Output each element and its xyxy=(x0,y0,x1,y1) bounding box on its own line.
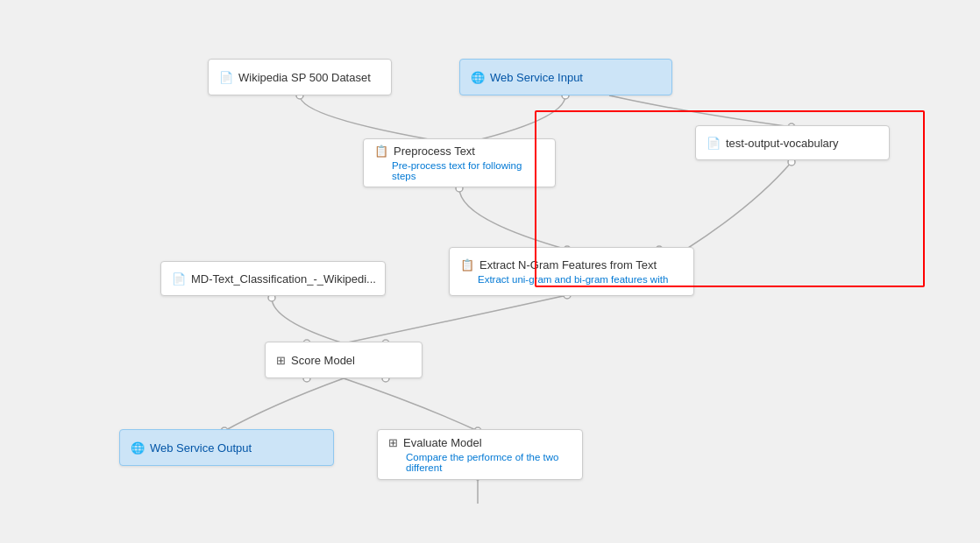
web-service-input-icon: 🌐 xyxy=(471,71,485,84)
web-service-output-title: 🌐 Web Service Output xyxy=(131,441,323,455)
evaluate-model-node[interactable]: ⊞ Evaluate Model Compare the performce o… xyxy=(377,429,583,480)
web-service-input-node[interactable]: 🌐 Web Service Input xyxy=(459,59,672,95)
md-text-title: 📄 MD-Text_Classification_-_Wikipedi... xyxy=(172,272,374,286)
extract-icon: 📋 xyxy=(460,258,474,272)
test-output-vocabulary-node[interactable]: 📄 test-output-vocabulary xyxy=(695,125,890,160)
test-output-vocabulary-title: 📄 test-output-vocabulary xyxy=(707,137,878,150)
workflow-canvas: 📄 Wikipedia SP 500 Dataset 🌐 Web Service… xyxy=(0,0,980,543)
vocabulary-icon: 📄 xyxy=(707,137,721,150)
web-service-input-title: 🌐 Web Service Input xyxy=(471,71,661,84)
md-text-icon: 📄 xyxy=(172,272,186,286)
evaluate-model-title: ⊞ Evaluate Model xyxy=(388,436,572,449)
extract-ngram-subtitle: Extract uni-gram and bi-gram features wi… xyxy=(478,274,683,285)
extract-ngram-title: 📋 Extract N-Gram Features from Text xyxy=(460,258,683,272)
score-model-node[interactable]: ⊞ Score Model xyxy=(265,342,423,378)
preprocess-icon: 📋 xyxy=(374,145,388,158)
extract-ngram-node[interactable]: 📋 Extract N-Gram Features from Text Extr… xyxy=(449,247,694,296)
preprocess-text-node[interactable]: 📋 Preprocess Text Pre-process text for f… xyxy=(363,138,556,187)
web-service-output-node[interactable]: 🌐 Web Service Output xyxy=(119,429,334,466)
score-model-title: ⊞ Score Model xyxy=(276,354,411,367)
preprocess-text-subtitle: Pre-process text for following steps xyxy=(392,160,544,181)
score-icon: ⊞ xyxy=(276,354,286,367)
evaluate-model-subtitle: Compare the performce of the two differe… xyxy=(406,452,572,473)
web-service-output-icon: 🌐 xyxy=(131,441,145,455)
md-text-node[interactable]: 📄 MD-Text_Classification_-_Wikipedi... xyxy=(160,261,386,296)
preprocess-text-title: 📋 Preprocess Text xyxy=(374,145,544,158)
evaluate-icon: ⊞ xyxy=(388,436,398,449)
wikipedia-node-title: 📄 Wikipedia SP 500 Dataset xyxy=(219,71,380,84)
wikipedia-icon: 📄 xyxy=(219,71,233,84)
wikipedia-node[interactable]: 📄 Wikipedia SP 500 Dataset xyxy=(208,59,392,95)
